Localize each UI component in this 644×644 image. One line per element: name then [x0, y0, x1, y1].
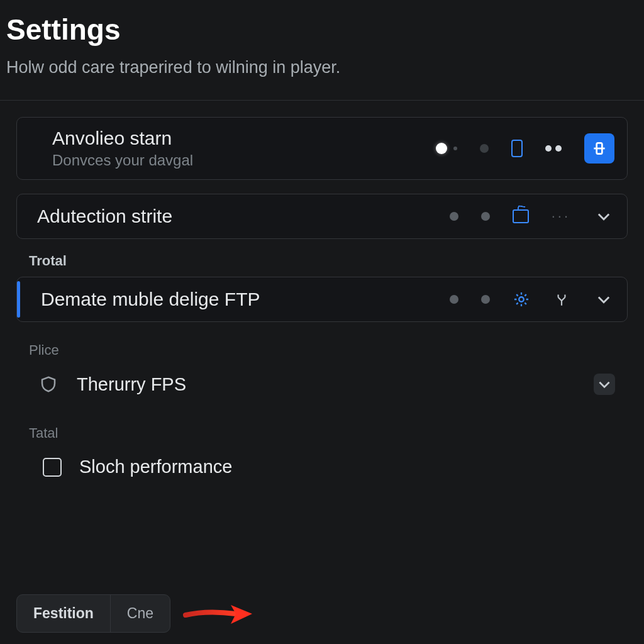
- section-plice: Plice: [29, 342, 628, 358]
- expand-adutection[interactable]: [593, 206, 614, 227]
- tv-icon: [513, 209, 529, 223]
- card-adutection[interactable]: Adutection strite ···: [16, 194, 628, 239]
- tab-festition[interactable]: Festition: [17, 595, 110, 632]
- row-sloch[interactable]: Sloch performance: [16, 449, 628, 485]
- chevron-down-icon: [595, 291, 613, 308]
- gear-button[interactable]: [513, 291, 530, 308]
- card-demate[interactable]: Demate muble delige FTP: [16, 277, 628, 322]
- status-dot-idle-icon: [480, 144, 489, 153]
- shield-icon: [38, 374, 59, 395]
- chevron-down-icon: [595, 208, 613, 225]
- divider: [0, 100, 644, 101]
- arrow-right-icon: [182, 600, 257, 628]
- status-dot-active-icon: [436, 143, 447, 154]
- device-icon: [591, 140, 608, 157]
- expand-therurry[interactable]: [594, 374, 615, 395]
- svg-point-2: [519, 297, 523, 301]
- row-therurry-label: Therurry FPS: [77, 374, 594, 395]
- eyes-icon: [545, 145, 562, 152]
- card-anvolieo[interactable]: Anvolieo starn Donvces your davgal: [16, 117, 628, 180]
- page-title: Settings: [6, 6, 638, 58]
- chevron-down-icon: [596, 375, 613, 393]
- status-dot-icon: [450, 212, 458, 221]
- status-dot-icon: [481, 212, 490, 221]
- checkbox-sloch[interactable]: [43, 458, 62, 477]
- more-icon[interactable]: ···: [552, 208, 570, 225]
- device-slot-icon: [511, 140, 523, 157]
- status-dot-icon: [450, 295, 458, 304]
- tab-cne[interactable]: Cne: [110, 595, 170, 632]
- row-therurry[interactable]: Therurry FPS: [16, 366, 628, 402]
- section-trotal: Trotal: [29, 253, 628, 269]
- page-subtitle: Holw odd care traperired to wilning in p…: [6, 58, 638, 100]
- status-dots: [436, 143, 457, 154]
- card-anvolieo-title: Anvolieo starn: [52, 128, 436, 149]
- row-sloch-label: Sloch performance: [79, 457, 615, 477]
- status-dot-icon: [481, 295, 490, 304]
- segmented-control: Festition Cne: [16, 594, 170, 633]
- arrow-annotation: [182, 600, 257, 628]
- card-demate-title: Demate muble delige FTP: [41, 289, 450, 310]
- expand-demate[interactable]: [593, 289, 614, 310]
- current-device-button[interactable]: [584, 133, 614, 164]
- status-dot-small-icon: [453, 147, 457, 150]
- route-icon: [553, 291, 570, 308]
- gear-icon: [513, 291, 530, 308]
- card-anvolieo-subtitle: Donvces your davgal: [52, 152, 436, 169]
- card-adutection-title: Adutection strite: [37, 206, 450, 227]
- section-tatal: Tatal: [29, 425, 628, 441]
